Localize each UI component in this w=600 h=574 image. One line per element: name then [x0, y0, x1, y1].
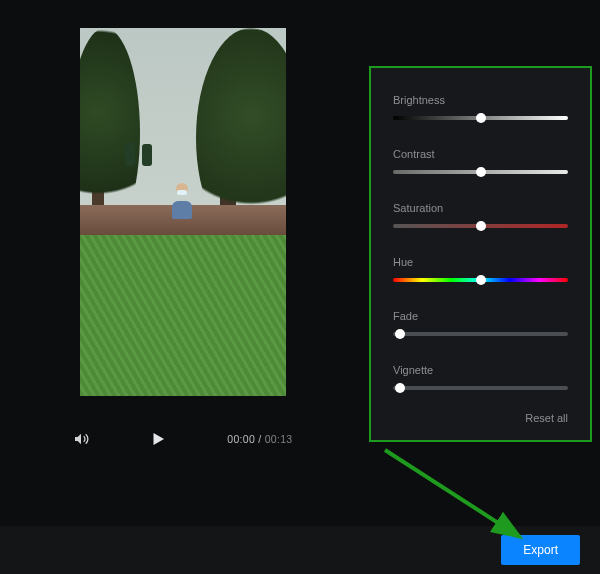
vignette-slider[interactable]: [393, 386, 568, 390]
contrast-control: Contrast: [393, 148, 568, 174]
brightness-slider[interactable]: [393, 116, 568, 120]
reset-all-link[interactable]: Reset all: [393, 412, 568, 424]
svg-marker-0: [75, 434, 81, 445]
saturation-slider[interactable]: [393, 224, 568, 228]
brightness-label: Brightness: [393, 94, 568, 106]
fade-control: Fade: [393, 310, 568, 336]
contrast-label: Contrast: [393, 148, 568, 160]
total-time: 00:13: [265, 433, 293, 445]
saturation-control: Saturation: [393, 202, 568, 228]
svg-marker-1: [153, 433, 164, 445]
saturation-thumb[interactable]: [476, 221, 486, 231]
brightness-thumb[interactable]: [476, 113, 486, 123]
hue-control: Hue: [393, 256, 568, 282]
vignette-control: Vignette: [393, 364, 568, 390]
contrast-slider[interactable]: [393, 170, 568, 174]
hue-thumb[interactable]: [476, 275, 486, 285]
brightness-control: Brightness: [393, 94, 568, 120]
hue-label: Hue: [393, 256, 568, 268]
fade-thumb[interactable]: [395, 329, 405, 339]
vignette-thumb[interactable]: [395, 383, 405, 393]
adjustments-panel: Brightness Contrast Saturation Hue: [369, 66, 592, 442]
time-display: 00:00 / 00:13: [227, 433, 292, 445]
bottom-toolbar: Export: [0, 526, 600, 574]
volume-icon[interactable]: [73, 431, 89, 447]
current-time: 00:00: [227, 433, 255, 445]
video-preview[interactable]: [80, 28, 286, 396]
fade-slider[interactable]: [393, 332, 568, 336]
hue-slider[interactable]: [393, 278, 568, 282]
export-button[interactable]: Export: [501, 535, 580, 565]
saturation-label: Saturation: [393, 202, 568, 214]
player-controls: 00:00 / 00:13: [73, 430, 293, 448]
vignette-label: Vignette: [393, 364, 568, 376]
contrast-thumb[interactable]: [476, 167, 486, 177]
fade-label: Fade: [393, 310, 568, 322]
play-icon[interactable]: [149, 430, 167, 448]
